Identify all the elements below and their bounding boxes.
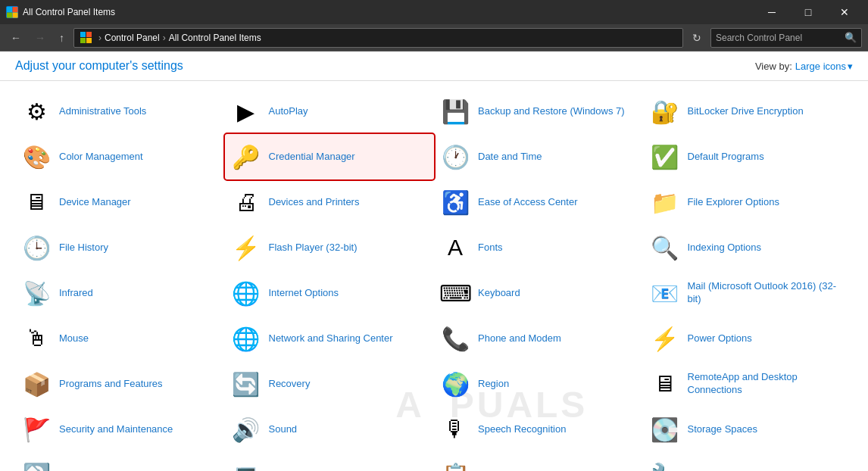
remoteapp-icon: 🖥 (650, 369, 680, 399)
panel-item-sync-center[interactable]: 🔃Sync Center (15, 452, 225, 471)
window-title: All Control Panel Items (23, 7, 754, 17)
panel-item-remoteapp[interactable]: 🖥RemoteApp and Desktop Connections (644, 361, 854, 407)
close-button[interactable]: ✕ (827, 0, 862, 24)
storage-spaces-icon: 💽 (650, 414, 680, 444)
panel-item-infrared[interactable]: 📡Infrared (15, 270, 225, 316)
svg-rect-5 (86, 32, 92, 37)
backup-restore-label: Backup and Restore (Windows 7) (478, 105, 625, 118)
panel-item-programs-features[interactable]: 📦Programs and Features (15, 361, 225, 407)
path-control-panel[interactable]: Control Panel (105, 33, 160, 43)
panel-item-power-options[interactable]: ⚡Power Options (644, 316, 854, 361)
ease-of-access-icon: ♿ (440, 187, 470, 217)
panel-item-internet-options[interactable]: 🌐Internet Options (225, 270, 435, 316)
bitlocker-label: BitLocker Drive Encryption (688, 105, 804, 118)
panel-item-security-maintenance[interactable]: 🚩Security and Maintenance (15, 407, 225, 452)
default-programs-label: Default Programs (688, 151, 764, 164)
fonts-label: Fonts (478, 242, 503, 254)
panel-item-indexing-options[interactable]: 🔍Indexing Options (644, 225, 854, 270)
panel-item-sound[interactable]: 🔊Sound (225, 407, 435, 452)
address-bar: ← → ↑ › Control Panel › All Control Pane… (0, 24, 868, 51)
devices-printers-icon: 🖨 (231, 187, 261, 217)
keyboard-label: Keyboard (478, 287, 520, 300)
panel-item-devices-printers[interactable]: 🖨Devices and Printers (225, 179, 435, 225)
path-separator-2: › (163, 33, 166, 43)
refresh-button[interactable]: ↻ (688, 29, 706, 47)
panel-item-fonts[interactable]: AFonts (434, 225, 644, 270)
panel-item-autoplay[interactable]: ▶AutoPlay (225, 89, 435, 134)
search-icon: 🔍 (845, 32, 857, 43)
panel-item-speech-recognition[interactable]: 🎙Speech Recognition (434, 407, 644, 452)
items-container: A PUALS ⚙Administrative Tools▶AutoPlay💾B… (0, 81, 868, 471)
panel-item-color-management[interactable]: 🎨Color Management (15, 134, 225, 179)
panel-item-storage-spaces[interactable]: 💽Storage Spaces (644, 407, 854, 452)
maximize-button[interactable]: □ (791, 0, 826, 24)
forward-button[interactable]: → (30, 29, 50, 47)
taskbar-navigation-label: Taskbar and Navigation (478, 469, 581, 471)
title-bar: All Control Panel Items ─ □ ✕ (0, 0, 868, 24)
speech-recognition-label: Speech Recognition (478, 423, 566, 436)
panel-item-default-programs[interactable]: ✅Default Programs (644, 134, 854, 179)
remoteapp-label: RemoteApp and Desktop Connections (688, 371, 848, 397)
color-management-icon: 🎨 (21, 142, 52, 172)
view-by-control: View by: Large icons ▾ (755, 61, 853, 72)
minimize-button[interactable]: ─ (754, 0, 789, 24)
search-box[interactable]: 🔍 (710, 28, 862, 48)
svg-rect-7 (86, 38, 92, 43)
autoplay-icon: ▶ (231, 96, 261, 126)
panel-item-keyboard[interactable]: ⌨Keyboard (434, 270, 644, 316)
indexing-options-icon: 🔍 (650, 232, 680, 263)
panel-item-bitlocker[interactable]: 🔐BitLocker Drive Encryption (644, 89, 854, 134)
file-explorer-label: File Explorer Options (688, 196, 779, 209)
panel-item-file-history[interactable]: 🕒File History (15, 225, 225, 270)
panel-item-device-manager[interactable]: 🖥Device Manager (15, 179, 225, 225)
devices-printers-label: Devices and Printers (269, 196, 360, 209)
search-input[interactable] (716, 33, 841, 43)
panel-item-date-time[interactable]: 🕐Date and Time (434, 134, 644, 179)
panel-item-troubleshooting[interactable]: 🔧Troubleshooting (644, 452, 854, 471)
panel-item-system[interactable]: 💻System (225, 452, 435, 471)
taskbar-navigation-icon: 📋 (440, 460, 470, 471)
file-history-label: File History (59, 242, 108, 254)
panel-item-file-explorer[interactable]: 📁File Explorer Options (644, 179, 854, 225)
panel-item-ease-of-access[interactable]: ♿Ease of Access Center (434, 179, 644, 225)
up-button[interactable]: ↑ (55, 29, 69, 47)
device-manager-icon: 🖥 (21, 187, 52, 217)
panel-item-region[interactable]: 🌍Region (434, 361, 644, 407)
power-options-icon: ⚡ (650, 323, 680, 354)
fonts-icon: A (440, 232, 470, 263)
panel-item-phone-modem[interactable]: 📞Phone and Modem (434, 316, 644, 361)
indexing-options-label: Indexing Options (688, 242, 762, 254)
mouse-icon: 🖱 (21, 323, 52, 354)
credential-manager-label: Credential Manager (269, 151, 355, 164)
app-icon (6, 6, 18, 18)
phone-modem-label: Phone and Modem (478, 332, 561, 345)
view-by-value[interactable]: Large icons ▾ (795, 61, 853, 72)
system-icon: 💻 (231, 460, 261, 471)
panel-item-backup-restore[interactable]: 💾Backup and Restore (Windows 7) (434, 89, 644, 134)
path-all-items[interactable]: All Control Panel Items (169, 33, 261, 43)
file-explorer-icon: 📁 (650, 187, 680, 217)
file-history-icon: 🕒 (21, 232, 52, 263)
mouse-label: Mouse (59, 332, 89, 345)
region-icon: 🌍 (440, 369, 470, 399)
panel-item-network-sharing[interactable]: 🌐Network and Sharing Center (225, 316, 435, 361)
panel-item-flash-player[interactable]: ⚡Flash Player (32-bit) (225, 225, 435, 270)
internet-options-icon: 🌐 (231, 278, 261, 308)
address-path[interactable]: › Control Panel › All Control Panel Item… (73, 28, 683, 48)
panel-item-mail[interactable]: 📧Mail (Microsoft Outlook 2016) (32-bit) (644, 270, 854, 316)
sound-label: Sound (269, 423, 298, 436)
items-grid: ⚙Administrative Tools▶AutoPlay💾Backup an… (15, 89, 853, 471)
panel-item-recovery[interactable]: 🔄Recovery (225, 361, 435, 407)
flash-player-icon: ⚡ (231, 232, 261, 263)
troubleshooting-icon: 🔧 (650, 460, 680, 471)
network-sharing-icon: 🌐 (231, 323, 261, 354)
infrared-icon: 📡 (21, 278, 52, 308)
panel-item-credential-manager[interactable]: 🔑Credential Manager (225, 134, 435, 179)
panel-item-administrative-tools[interactable]: ⚙Administrative Tools (15, 89, 225, 134)
mail-label: Mail (Microsoft Outlook 2016) (32-bit) (688, 280, 848, 306)
date-time-icon: 🕐 (440, 142, 470, 172)
panel-item-taskbar-navigation[interactable]: 📋Taskbar and Navigation (434, 452, 644, 471)
sound-icon: 🔊 (231, 414, 261, 444)
panel-item-mouse[interactable]: 🖱Mouse (15, 316, 225, 361)
back-button[interactable]: ← (6, 29, 26, 47)
